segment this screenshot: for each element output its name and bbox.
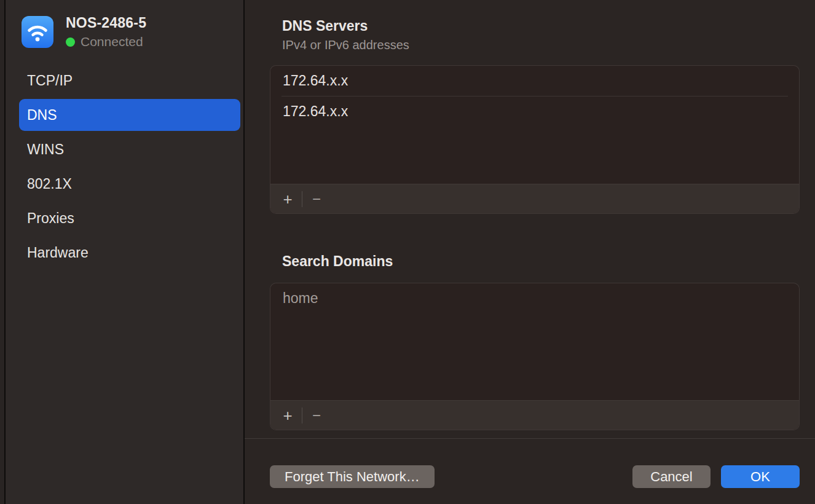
search-domains-list: home + − [270, 283, 800, 430]
network-name: NOS-2486-5 [66, 15, 146, 31]
dns-pane-scroll-area: DNS Servers IPv4 or IPv6 addresses 172.6… [245, 0, 815, 438]
forget-network-button[interactable]: Forget This Network… [270, 465, 435, 488]
remove-dns-server-button[interactable]: − [308, 191, 325, 207]
search-domains-title: Search Domains [270, 253, 800, 270]
network-status: Connected [66, 34, 146, 49]
footer-separator [302, 408, 302, 423]
dns-servers-footer: + − [270, 184, 799, 213]
sidebar-item-hardware[interactable]: Hardware [19, 237, 240, 269]
remove-search-domain-button[interactable]: − [308, 408, 325, 423]
search-domains-rows: home [270, 283, 799, 400]
sidebar-item-8021x[interactable]: 802.1X [19, 168, 240, 200]
sidebar-item-proxies[interactable]: Proxies [19, 202, 240, 234]
wifi-icon [22, 16, 53, 48]
sidebar-item-wins[interactable]: WINS [19, 133, 240, 165]
sidebar: NOS-2486-5 Connected TCP/IP DNS WINS 802… [6, 0, 245, 504]
dns-server-entry[interactable]: 172.64.x.x [270, 66, 799, 96]
dns-servers-rows: 172.64.x.x 172.64.x.x [270, 66, 799, 184]
sidebar-nav: TCP/IP DNS WINS 802.1X Proxies Hardware [19, 65, 240, 269]
network-meta: NOS-2486-5 Connected [66, 15, 146, 49]
window-edge-strip [0, 0, 6, 504]
sidebar-item-tcpip[interactable]: TCP/IP [19, 65, 240, 96]
dns-servers-list: 172.64.x.x 172.64.x.x + − [270, 65, 800, 214]
ok-button[interactable]: OK [721, 465, 800, 488]
dns-servers-subtitle: IPv4 or IPv6 addresses [270, 38, 800, 52]
network-header: NOS-2486-5 Connected [6, 15, 243, 49]
cancel-button[interactable]: Cancel [632, 465, 711, 488]
network-status-label: Connected [81, 34, 143, 49]
network-details-window: NOS-2486-5 Connected TCP/IP DNS WINS 802… [0, 0, 815, 504]
add-search-domain-button[interactable]: + [279, 408, 296, 423]
connected-status-dot-icon [66, 37, 75, 47]
sidebar-item-dns[interactable]: DNS [19, 99, 240, 131]
dns-servers-title: DNS Servers [270, 18, 800, 34]
dns-server-entry[interactable]: 172.64.x.x [270, 96, 799, 127]
add-dns-server-button[interactable]: + [279, 191, 296, 207]
footer-separator [302, 191, 302, 207]
dns-pane: DNS Servers IPv4 or IPv6 addresses 172.6… [245, 0, 815, 504]
search-domain-entry[interactable]: home [270, 283, 799, 313]
search-domains-footer: + − [270, 400, 799, 430]
bottom-action-bar: Forget This Network… Cancel OK [245, 438, 815, 504]
